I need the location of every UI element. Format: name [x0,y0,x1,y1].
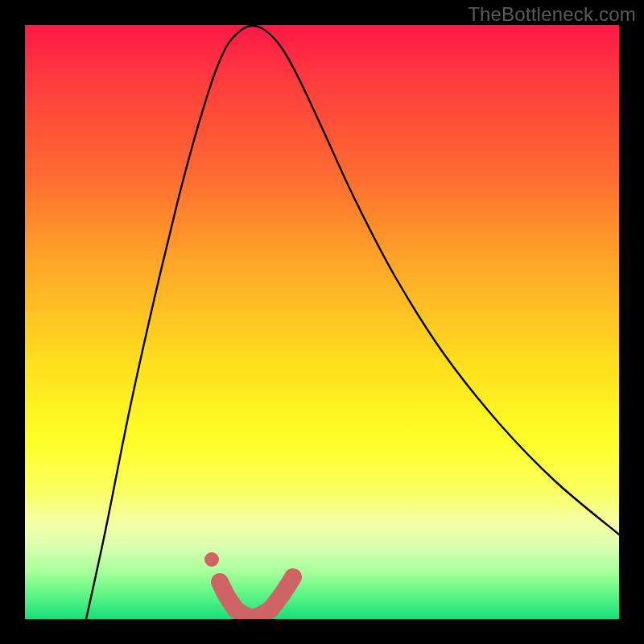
highlight-dot [204,552,219,567]
curve-line [86,26,619,619]
chart-plot-area [25,25,619,619]
chart-svg [25,25,619,619]
watermark-text: TheBottleneck.com [468,3,636,26]
highlight-marker [220,577,293,618]
